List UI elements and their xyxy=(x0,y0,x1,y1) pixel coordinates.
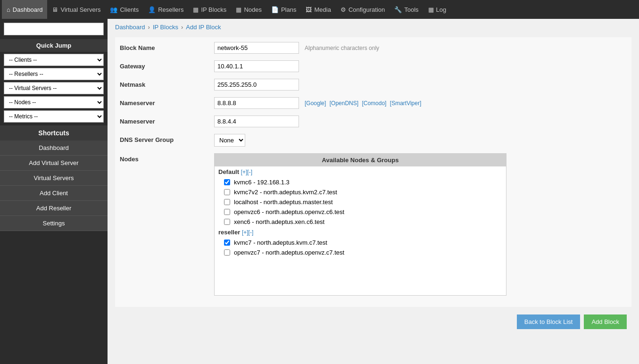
search-input[interactable] xyxy=(4,23,104,35)
nodes-group-default: Default [+][-] xyxy=(215,166,506,177)
breadcrumb-add-ip-block: Add IP Block xyxy=(186,24,221,31)
nameserver1-input[interactable] xyxy=(214,97,299,109)
nav-media[interactable]: 🖼 Media xyxy=(301,0,335,19)
nodes-group-default-name: Default xyxy=(218,168,241,175)
nameserver2-label: Nameserver xyxy=(120,116,214,125)
resellers-select[interactable]: -- Resellers -- xyxy=(4,68,104,80)
default-group-minus[interactable]: [-] xyxy=(247,169,252,175)
add-client-shortcut-btn[interactable]: Add Client xyxy=(0,186,108,201)
media-icon: 🖼 xyxy=(306,6,312,13)
nameserver2-row: Nameserver xyxy=(115,116,631,127)
breadcrumb-sep-1: › xyxy=(148,24,150,31)
node-kvmc7v2-checkbox[interactable] xyxy=(224,189,230,195)
clients-select-wrap: -- Clients -- xyxy=(4,54,104,66)
node-openvzc6-checkbox[interactable] xyxy=(224,209,230,215)
reseller-group-plus[interactable]: [+] xyxy=(242,229,249,236)
gateway-input[interactable] xyxy=(214,60,299,72)
top-nav: ⌂ Dashboard 🖥 Virtual Servers 👥 Clients … xyxy=(0,0,639,19)
nav-ip-blocks[interactable]: ▦ IP Blocks xyxy=(188,0,231,19)
dns-server-group-row: DNS Server Group None xyxy=(115,134,631,147)
home-icon: ⌂ xyxy=(7,6,10,13)
node-xenc6-checkbox[interactable] xyxy=(224,219,230,225)
main-content: Dashboard › IP Blocks › Add IP Block Blo… xyxy=(108,19,639,364)
nav-tools[interactable]: 🔧 Tools xyxy=(390,0,423,19)
nodes-container: Available Nodes & Groups Default [+][-] … xyxy=(214,153,506,296)
sidebar-search-wrap xyxy=(0,19,108,39)
nav-plans[interactable]: 📄 Plans xyxy=(266,0,301,19)
breadcrumb: Dashboard › IP Blocks › Add IP Block xyxy=(115,24,631,31)
add-reseller-shortcut-btn[interactable]: Add Reseller xyxy=(0,201,108,216)
dns-server-group-input-wrap: None xyxy=(214,134,627,147)
node-kvmc7v2-label: kvmc7v2 - north.adeptus.kvm2.c7.test xyxy=(234,189,337,196)
nav-configuration[interactable]: ⚙ Configuration xyxy=(336,0,390,19)
nav-resellers[interactable]: 👤 Resellers xyxy=(143,0,188,19)
add-block-button[interactable]: Add Block xyxy=(584,314,627,329)
shortcuts-label: Shortcuts xyxy=(0,125,108,141)
nav-virtual-servers[interactable]: 🖥 Virtual Servers xyxy=(47,0,105,19)
node-openvzc7-label: openvzc7 - north.adeptus.openvz.c7.test xyxy=(234,249,344,256)
nodes-group-default-controls: [+][-] xyxy=(241,168,252,175)
plans-icon: 📄 xyxy=(271,6,279,13)
nav-clients[interactable]: 👥 Clients xyxy=(105,0,143,19)
metrics-select[interactable]: -- Metrics -- xyxy=(4,110,104,123)
node-item: openvzc7 - north.adeptus.openvz.c7.test xyxy=(215,248,506,257)
reseller-group-minus[interactable]: [-] xyxy=(249,229,254,236)
node-item: xenc6 - north.adeptus.xen.c6.test xyxy=(215,217,506,227)
gateway-row: Gateway xyxy=(115,60,631,72)
nameserver1-input-wrap: [Google] [OpenDNS] [Comodo] [SmartViper] xyxy=(214,97,627,109)
breadcrumb-ip-blocks[interactable]: IP Blocks xyxy=(153,24,178,31)
netmask-input[interactable] xyxy=(214,79,299,91)
node-openvzc6-label: openvzc6 - north.adeptus.openvz.c6.test xyxy=(234,208,344,215)
nodes-header: Available Nodes & Groups xyxy=(215,154,506,166)
nav-log[interactable]: ▦ Log xyxy=(423,0,451,19)
node-localhost-checkbox[interactable] xyxy=(224,199,230,205)
nodes-spacer xyxy=(215,257,506,295)
node-item: kvmc7v2 - north.adeptus.kvm2.c7.test xyxy=(215,187,506,197)
clients-select[interactable]: -- Clients -- xyxy=(4,54,104,66)
settings-shortcut-btn[interactable]: Settings xyxy=(0,216,108,231)
clients-icon: 👥 xyxy=(110,6,117,13)
dashboard-shortcut-btn[interactable]: Dashboard xyxy=(0,141,108,156)
add-virtual-server-shortcut-btn[interactable]: Add Virtual Server xyxy=(0,156,108,171)
virtual-servers-icon: 🖥 xyxy=(52,6,58,13)
tools-icon: 🔧 xyxy=(394,6,402,13)
node-item: kvmc7 - north.adeptus.kvm.c7.test xyxy=(215,238,506,248)
breadcrumb-sep-2: › xyxy=(181,24,183,31)
node-kvmc7-checkbox[interactable] xyxy=(224,240,230,246)
form-container: Block Name Alphanumeric characters only … xyxy=(115,37,631,307)
node-openvzc7-checkbox[interactable] xyxy=(224,249,230,256)
dns-server-group-select[interactable]: None xyxy=(214,134,245,147)
metrics-select-wrap: -- Metrics -- xyxy=(4,110,104,123)
virtual-servers-select[interactable]: -- Virtual Servers -- xyxy=(4,82,104,94)
breadcrumb-dashboard[interactable]: Dashboard xyxy=(115,24,145,31)
quick-jump-label: Quick Jump xyxy=(0,39,108,52)
nodes-input-wrap: Available Nodes & Groups Default [+][-] … xyxy=(214,153,627,296)
smartviper-dns-link[interactable]: [SmartViper] xyxy=(390,100,421,107)
nodes-select-wrap: -- Nodes -- xyxy=(4,96,104,108)
nav-nodes[interactable]: ▦ Nodes xyxy=(231,0,266,19)
opendns-link[interactable]: [OpenDNS] xyxy=(330,100,358,107)
nodes-label: Nodes xyxy=(120,153,214,163)
google-dns-link[interactable]: [Google] xyxy=(305,100,326,107)
nodes-select[interactable]: -- Nodes -- xyxy=(4,96,104,108)
ip-blocks-icon: ▦ xyxy=(193,6,199,13)
comodo-dns-link[interactable]: [Comodo] xyxy=(362,100,386,107)
back-to-block-list-button[interactable]: Back to Block List xyxy=(517,314,581,329)
node-kvmc7-label: kvmc7 - north.adeptus.kvm.c7.test xyxy=(234,239,327,246)
block-name-row: Block Name Alphanumeric characters only xyxy=(115,42,631,54)
nameserver2-input-wrap xyxy=(214,116,627,127)
nameserver2-input[interactable] xyxy=(214,116,299,127)
nodes-group-reseller: reseller [+][-] xyxy=(215,227,506,238)
node-localhost-label: localhost - north.adeptus.master.test xyxy=(234,199,333,206)
virtual-servers-select-wrap: -- Virtual Servers -- xyxy=(4,82,104,94)
log-icon: ▦ xyxy=(428,6,434,13)
nameserver1-row: Nameserver [Google] [OpenDNS] [Comodo] [… xyxy=(115,97,631,109)
virtual-servers-shortcut-btn[interactable]: Virtual Servers xyxy=(0,171,108,186)
resellers-select-wrap: -- Resellers -- xyxy=(4,68,104,80)
block-name-input[interactable] xyxy=(214,42,299,54)
default-group-plus[interactable]: [+] xyxy=(241,169,248,175)
nav-dashboard[interactable]: ⌂ Dashboard xyxy=(2,0,47,19)
node-item: kvmc6 - 192.168.1.3 xyxy=(215,177,506,187)
dns-links: [Google] [OpenDNS] [Comodo] [SmartViper] xyxy=(305,100,423,107)
node-kvmc6-checkbox[interactable] xyxy=(224,179,230,185)
